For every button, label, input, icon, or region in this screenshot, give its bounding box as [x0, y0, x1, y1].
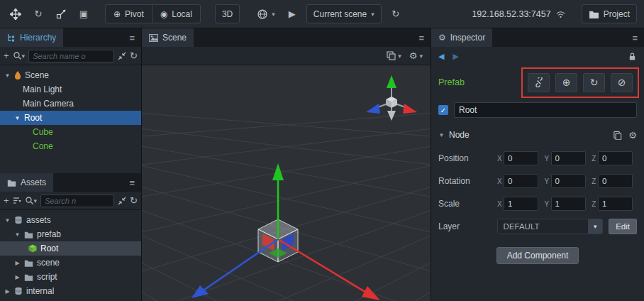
scale-row: Scale X Y Z: [431, 196, 644, 212]
chevron-down-icon: ▾: [419, 53, 423, 60]
prefab-buttons: ⊕ ↻ ⊘: [528, 73, 633, 92]
axis-x-red[interactable]: [278, 239, 367, 293]
expand-arrow-icon[interactable]: ▶: [4, 288, 11, 295]
play-button[interactable]: ▶: [284, 5, 301, 23]
prefab-locate-button[interactable]: ⊕: [555, 73, 577, 92]
scene-viewport[interactable]: [142, 65, 431, 301]
scene-settings-dropdown[interactable]: ⚙ ▾: [409, 50, 423, 61]
view-orientation-gizmo[interactable]: [366, 75, 417, 121]
tab-assets[interactable]: Assets: [0, 173, 53, 192]
asset-node-scene[interactable]: ▶ scene: [0, 256, 141, 270]
layer-edit-button[interactable]: Edit: [609, 219, 637, 234]
history-back-button[interactable]: ◀: [438, 52, 444, 61]
axis-z-arrowhead[interactable]: [191, 285, 209, 298]
asset-node-script[interactable]: ▶ script: [0, 270, 141, 284]
layer-label: Layer: [438, 221, 497, 231]
axis-y-arrowhead[interactable]: [272, 163, 284, 180]
assets-collapse-all-button[interactable]: [118, 197, 126, 205]
asset-node-internal[interactable]: ▶ internal: [0, 284, 141, 298]
axis-z-blue[interactable]: [204, 239, 278, 290]
tree-node-main-light[interactable]: Main Light: [0, 82, 141, 97]
position-label: Position: [438, 153, 496, 163]
node-active-checkbox[interactable]: ✓: [438, 105, 448, 115]
tree-node-label: Cube: [33, 127, 53, 137]
inspector-menu-button[interactable]: ≡: [626, 33, 644, 43]
rotation-y-input[interactable]: [551, 174, 586, 188]
expand-arrow-icon[interactable]: ▼: [14, 231, 21, 238]
axis-x-arrowhead[interactable]: [362, 286, 380, 300]
hierarchy-menu-button[interactable]: ≡: [123, 33, 141, 43]
node-section-header[interactable]: ▼ Node ⚙: [431, 126, 644, 143]
axis-y-label: Y: [543, 155, 551, 163]
tree-node-cube[interactable]: Cube: [0, 125, 141, 139]
collapse-all-button[interactable]: [118, 52, 126, 60]
assets-search-filter-button[interactable]: ▾: [25, 196, 38, 205]
create-node-button[interactable]: +: [4, 50, 9, 61]
expand-arrow-icon[interactable]: ▼: [4, 72, 11, 79]
inspector-tab-label: Inspector: [450, 33, 485, 43]
tab-scene[interactable]: Scene: [142, 28, 194, 47]
hierarchy-search-filter-button[interactable]: ▾: [13, 51, 26, 60]
tree-node-main-camera[interactable]: Main Camera: [0, 97, 141, 111]
device-address: 192.168.52.33:7457: [472, 9, 565, 19]
prefab-apply-button[interactable]: ⊘: [611, 73, 633, 92]
scene-menu-button[interactable]: ≡: [412, 33, 431, 43]
lock-inspector-button[interactable]: [628, 52, 637, 61]
position-x-input[interactable]: [504, 151, 538, 165]
globe-icon: [257, 9, 268, 20]
axis-z-label: Z: [590, 155, 599, 163]
move-tool-button[interactable]: [7, 5, 24, 23]
asset-node-root-prefab[interactable]: Root: [0, 241, 141, 256]
history-forward-button[interactable]: ▶: [453, 52, 458, 61]
tree-node-scene[interactable]: ▼ Scene: [0, 68, 141, 82]
node-name-input[interactable]: [454, 102, 637, 118]
assets-menu-button[interactable]: ≡: [123, 177, 141, 188]
tree-node-cone[interactable]: Cone: [0, 139, 141, 153]
add-component-button[interactable]: Add Component: [496, 247, 579, 264]
expand-arrow-icon[interactable]: ▼: [438, 132, 445, 138]
pivot-button[interactable]: ⊕ Pivot: [106, 5, 152, 23]
hierarchy-search-input[interactable]: [28, 50, 114, 62]
scale-tool-button[interactable]: [52, 5, 70, 23]
pivot-label: Pivot: [125, 9, 144, 19]
asset-node-assets[interactable]: ▼ assets: [0, 213, 141, 227]
assets-refresh-button[interactable]: ↻: [130, 195, 138, 206]
scale-x-input[interactable]: [504, 197, 538, 211]
docs-icon[interactable]: [613, 131, 622, 140]
sort-assets-button[interactable]: [13, 197, 21, 204]
rotation-z-input[interactable]: [598, 174, 633, 188]
layer-row: Layer DEFAULT ▼ Edit: [431, 219, 644, 234]
tab-hierarchy[interactable]: Hierarchy: [0, 28, 63, 47]
refresh-scene-button[interactable]: ↻: [387, 5, 404, 23]
expand-arrow-icon[interactable]: ▶: [14, 260, 21, 266]
rect-tool-button[interactable]: ▣: [75, 5, 92, 23]
rotate-tool-button[interactable]: ↻: [30, 5, 47, 23]
prefab-unlink-button[interactable]: [528, 73, 550, 92]
tab-inspector[interactable]: ⚙ Inspector: [431, 28, 492, 47]
create-asset-button[interactable]: +: [4, 195, 9, 206]
scale-y-input[interactable]: [551, 197, 586, 211]
rotation-x-input[interactable]: [504, 174, 538, 188]
assets-search-input[interactable]: [40, 195, 114, 207]
position-y-input[interactable]: [551, 151, 586, 165]
local-button[interactable]: ◉ Local: [152, 5, 200, 23]
project-button[interactable]: Project: [582, 4, 637, 23]
node-settings-gear-icon[interactable]: ⚙: [628, 130, 637, 141]
view-layout-dropdown[interactable]: ▾: [387, 51, 401, 60]
expand-arrow-icon[interactable]: ▼: [4, 217, 11, 224]
layer-select[interactable]: DEFAULT ▼: [497, 219, 604, 234]
prefab-reset-button[interactable]: ↻: [583, 73, 605, 92]
tree-node-root[interactable]: ▼ Root: [0, 111, 141, 125]
wifi-icon: [555, 10, 566, 18]
expand-arrow-icon[interactable]: ▶: [14, 274, 21, 280]
hierarchy-refresh-button[interactable]: ↻: [130, 50, 138, 61]
scale-z-input[interactable]: [598, 197, 633, 211]
3d-mode-button[interactable]: 3D: [215, 4, 240, 23]
position-z-input[interactable]: [598, 151, 633, 165]
scene-select-dropdown[interactable]: Current scene ▾: [306, 4, 382, 23]
scene-toolbar: ▾ ⚙ ▾: [142, 47, 431, 65]
asset-node-prefab[interactable]: ▼ prefab: [0, 227, 141, 241]
expand-arrow-icon[interactable]: ▼: [14, 115, 21, 121]
collapse-icon: [118, 52, 126, 60]
preview-target-button[interactable]: ▾: [254, 5, 278, 23]
